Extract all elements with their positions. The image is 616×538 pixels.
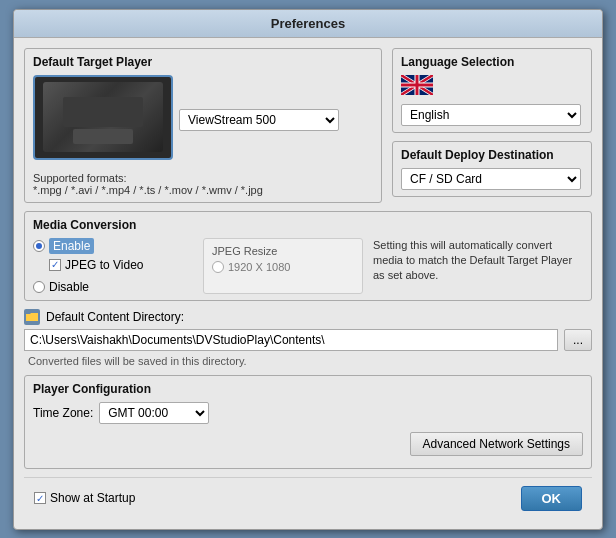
- disable-radio-label[interactable]: Disable: [33, 280, 193, 294]
- player-configuration-title: Player Configuration: [33, 382, 583, 396]
- default-target-player-title: Default Target Player: [33, 55, 373, 69]
- jpeg-to-video-checkbox[interactable]: ✓: [49, 259, 61, 271]
- media-left: Enable ✓ JPEG to Video Disable: [33, 238, 193, 294]
- default-deploy-section: Default Deploy Destination CF / SD Card: [392, 141, 592, 197]
- disable-radio[interactable]: [33, 281, 45, 293]
- default-target-player-section: Default Target Player ViewStream 500 Sup…: [24, 48, 382, 203]
- language-selection-title: Language Selection: [401, 55, 583, 69]
- show-at-startup-container[interactable]: ✓ Show at Startup: [34, 491, 135, 505]
- resolution-radio: [212, 261, 224, 273]
- jpeg-to-video-label[interactable]: ✓ JPEG to Video: [49, 258, 193, 272]
- right-panel: Language Selection English: [392, 48, 592, 203]
- language-selection-section: Language Selection English: [392, 48, 592, 133]
- default-deploy-title: Default Deploy Destination: [401, 148, 583, 162]
- player-select[interactable]: ViewStream 500: [179, 109, 339, 131]
- content-directory-label: Default Content Directory:: [46, 310, 184, 324]
- enable-radio-label[interactable]: Enable: [33, 238, 193, 254]
- enable-label: Enable: [49, 238, 94, 254]
- converted-note: Converted files will be saved in this di…: [28, 355, 592, 367]
- media-conversion-description: Setting this will automatically convert …: [373, 238, 583, 294]
- player-image-container: [33, 75, 173, 160]
- uk-flag-icon: [401, 75, 433, 95]
- resolution-value: 1920 X 1080: [212, 261, 354, 273]
- conversion-type-label: JPEG Resize: [212, 245, 354, 257]
- advanced-network-button[interactable]: Advanced Network Settings: [410, 432, 583, 456]
- show-at-startup-label: Show at Startup: [50, 491, 135, 505]
- timezone-select[interactable]: GMT 00:00: [99, 402, 209, 424]
- language-select[interactable]: English: [401, 104, 581, 126]
- folder-svg: [26, 312, 38, 322]
- ok-button[interactable]: OK: [521, 486, 583, 511]
- media-conversion-title: Media Conversion: [33, 218, 583, 232]
- content-directory-section: Default Content Directory: ... Converted…: [24, 309, 592, 367]
- media-middle: JPEG Resize 1920 X 1080: [203, 238, 363, 294]
- content-directory-input[interactable]: [24, 329, 558, 351]
- dialog-title: Preferences: [14, 10, 602, 38]
- folder-icon: [24, 309, 40, 325]
- enable-radio[interactable]: [33, 240, 45, 252]
- bottom-bar: ✓ Show at Startup OK: [24, 477, 592, 519]
- preferences-dialog: Preferences Default Target Player ViewSt…: [13, 9, 603, 530]
- deploy-destination-select[interactable]: CF / SD Card: [401, 168, 581, 190]
- player-image: [43, 82, 163, 152]
- timezone-label: Time Zone:: [33, 406, 93, 420]
- browse-button[interactable]: ...: [564, 329, 592, 351]
- player-configuration-section: Player Configuration Time Zone: GMT 00:0…: [24, 375, 592, 469]
- media-conversion-section: Media Conversion Enable ✓ JPEG to Video: [24, 211, 592, 301]
- supported-formats: Supported formats: *.mpg / *.avi / *.mp4…: [33, 172, 373, 196]
- show-at-startup-checkbox[interactable]: ✓: [34, 492, 46, 504]
- flag-container: [401, 75, 583, 98]
